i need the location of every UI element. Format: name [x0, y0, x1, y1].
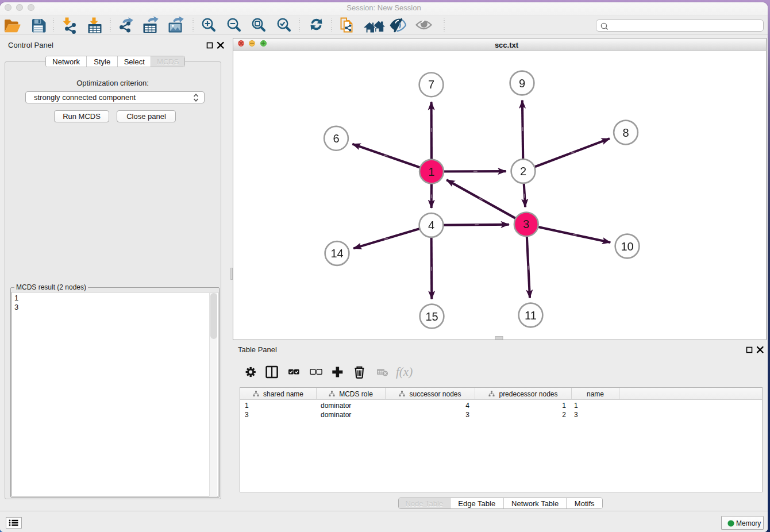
svg-text:11: 11	[525, 309, 537, 322]
svg-text:10: 10	[621, 240, 633, 253]
svg-text:7: 7	[428, 78, 434, 91]
svg-text:1: 1	[428, 165, 434, 178]
svg-text:9: 9	[519, 77, 525, 90]
svg-text:6: 6	[333, 132, 339, 145]
svg-text:3: 3	[523, 218, 529, 230]
svg-text:8: 8	[622, 126, 629, 139]
svg-text:15: 15	[425, 310, 438, 323]
svg-text:2: 2	[520, 165, 526, 178]
svg-text:4: 4	[428, 219, 434, 232]
svg-text:14: 14	[330, 247, 343, 260]
svg-text:f(x): f(x)	[396, 365, 413, 379]
